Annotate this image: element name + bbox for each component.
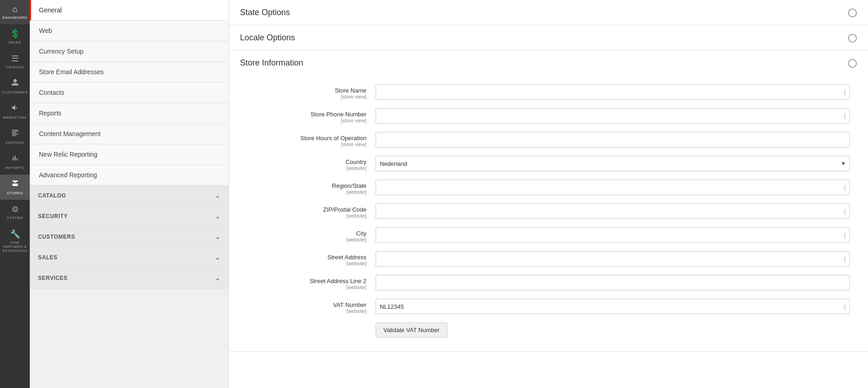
- menu-item-new-relic[interactable]: New Relic Reporting: [30, 144, 229, 165]
- edit-icon-zip: 〈: [844, 208, 846, 215]
- nav-label-extensions: FIND PARTNERS & EXTENSIONS: [2, 240, 28, 253]
- sales-icon: 💲: [10, 29, 20, 39]
- chevron-down-icon: ⌄: [215, 233, 221, 240]
- chevron-down-icon: ⌄: [215, 254, 221, 261]
- nav-item-stores[interactable]: STORES: [0, 175, 30, 200]
- edit-icon-street: 〈: [844, 255, 846, 263]
- city-input[interactable]: [376, 227, 850, 243]
- section-header-sales[interactable]: SALES ⌄: [30, 247, 229, 268]
- section-title-state-options: State Options: [240, 8, 290, 17]
- menu-item-content-management[interactable]: Content Management: [30, 124, 229, 144]
- store-hours-input[interactable]: [376, 132, 850, 148]
- field-row-city: City [website] 〈: [247, 227, 850, 243]
- nav-item-content[interactable]: CONTENT: [0, 124, 30, 149]
- country-select[interactable]: Nederland Germany France United States: [376, 156, 850, 171]
- vat-input[interactable]: [376, 299, 850, 314]
- collapse-icon-locale-options: ◯: [848, 33, 857, 43]
- section-header-store-information[interactable]: Store Information ◯: [229, 50, 868, 75]
- region-input[interactable]: [376, 180, 850, 195]
- nav-label-stores: STORES: [7, 191, 23, 195]
- zip-input[interactable]: [376, 203, 850, 219]
- section-locale-options: Locale Options ◯: [229, 25, 868, 50]
- section-header-security[interactable]: SECURITY ⌄: [30, 206, 229, 227]
- nav-label-marketing: MARKETING: [3, 115, 27, 120]
- section-store-information: Store Information ◯ Store Name [store vi…: [229, 50, 868, 352]
- label-street2: Street Address Line 2 [website]: [247, 275, 376, 290]
- input-wrap-zip: 〈: [376, 203, 850, 219]
- nav-item-extensions[interactable]: 🔧 FIND PARTNERS & EXTENSIONS: [0, 224, 30, 257]
- chevron-down-icon: ⌄: [215, 213, 221, 220]
- store-phone-input[interactable]: [376, 108, 850, 124]
- label-vat: VAT Number [website]: [247, 299, 376, 314]
- label-city: City [website]: [247, 227, 376, 242]
- reports-icon: [11, 154, 19, 164]
- field-row-region: Region/State [website] 〈: [247, 180, 850, 195]
- section-state-options: State Options ◯: [229, 0, 868, 25]
- input-wrap-city: 〈: [376, 227, 850, 243]
- section-header-catalog[interactable]: CATALOG ⌄: [30, 186, 229, 206]
- input-wrap-region: 〈: [376, 180, 850, 195]
- system-icon: ⚙: [11, 204, 19, 214]
- field-row-store-phone: Store Phone Number [store view] 〈: [247, 108, 850, 124]
- menu-item-general[interactable]: General: [30, 0, 229, 21]
- nav-item-sales[interactable]: 💲 SALES: [0, 24, 30, 49]
- input-wrap-store-name: 〈: [376, 84, 850, 100]
- street-input[interactable]: [376, 251, 850, 267]
- chevron-down-icon: ⌄: [215, 274, 221, 282]
- label-store-phone: Store Phone Number [store view]: [247, 108, 376, 123]
- menu-item-currency-setup[interactable]: Currency Setup: [30, 41, 229, 62]
- section-title-locale-options: Locale Options: [240, 33, 295, 43]
- nav-label-sales: SALES: [8, 40, 21, 44]
- field-row-country: Country [website] Nederland Germany Fran…: [247, 156, 850, 171]
- section-title-store-information: Store Information: [240, 58, 303, 68]
- edit-icon-vat: 〈: [844, 303, 846, 311]
- edit-icon-store-name: 〈: [844, 88, 846, 96]
- store-information-form: Store Name [store view] 〈 Store Phone Nu…: [229, 75, 868, 351]
- label-zip: ZIP/Postal Code [website]: [247, 203, 376, 219]
- nav-item-reports[interactable]: REPORTS: [0, 149, 30, 175]
- edit-icon-store-phone: 〈: [844, 112, 846, 120]
- label-country: Country [website]: [247, 156, 376, 171]
- validate-vat-button[interactable]: Validate VAT Number: [376, 322, 448, 338]
- nav-label-dashboard: DASHBOARD: [2, 16, 27, 20]
- field-row-store-name: Store Name [store view] 〈: [247, 84, 850, 100]
- collapse-icon-state-options: ◯: [848, 7, 857, 17]
- edit-icon-city: 〈: [844, 231, 846, 239]
- edit-icon-region: 〈: [844, 184, 846, 191]
- menu-item-contacts[interactable]: Contacts: [30, 82, 229, 103]
- label-street: Street Address [website]: [247, 251, 376, 266]
- section-header-customers[interactable]: CUSTOMERS ⌄: [30, 227, 229, 247]
- input-wrap-street: 〈: [376, 251, 850, 267]
- nav-item-catalog[interactable]: ☰ CATALOG: [0, 49, 30, 74]
- nav-label-content: CONTENT: [5, 141, 24, 145]
- menu-item-web[interactable]: Web: [30, 21, 229, 41]
- section-header-locale-options[interactable]: Locale Options ◯: [229, 25, 868, 50]
- nav-label-catalog: CATALOG: [5, 65, 24, 69]
- menu-item-reports[interactable]: Reports: [30, 103, 229, 124]
- street2-input[interactable]: [376, 275, 850, 290]
- nav-label-reports: REPORTS: [5, 166, 24, 170]
- select-wrap-country: Nederland Germany France United States ▼: [376, 156, 850, 171]
- section-header-services[interactable]: SERVICES ⌄: [30, 268, 229, 289]
- customers-icon: [11, 78, 19, 89]
- extensions-icon: 🔧: [10, 229, 20, 239]
- field-row-vat: VAT Number [website] 〈: [247, 299, 850, 314]
- marketing-icon: [11, 104, 19, 114]
- nav-item-system[interactable]: ⚙ SYSTEM: [0, 200, 30, 224]
- stores-icon: [11, 179, 19, 190]
- menu-item-advanced-reporting[interactable]: Advanced Reporting: [30, 165, 229, 186]
- section-header-state-options[interactable]: State Options ◯: [229, 0, 868, 25]
- input-wrap-store-hours: [376, 132, 850, 148]
- dashboard-icon: ⌂: [12, 5, 17, 14]
- input-wrap-street2: [376, 275, 850, 290]
- store-name-input[interactable]: [376, 84, 850, 100]
- input-wrap-store-phone: 〈: [376, 108, 850, 124]
- nav-item-marketing[interactable]: MARKETING: [0, 99, 30, 124]
- nav-label-customers: CUSTOMERS: [2, 90, 27, 94]
- label-store-name: Store Name [store view]: [247, 84, 376, 99]
- input-wrap-vat: 〈: [376, 299, 850, 314]
- nav-item-dashboard[interactable]: ⌂ DASHBOARD: [0, 0, 30, 24]
- nav-item-customers[interactable]: CUSTOMERS: [0, 74, 30, 99]
- field-row-street2: Street Address Line 2 [website]: [247, 275, 850, 290]
- menu-item-store-email[interactable]: Store Email Addresses: [30, 62, 229, 82]
